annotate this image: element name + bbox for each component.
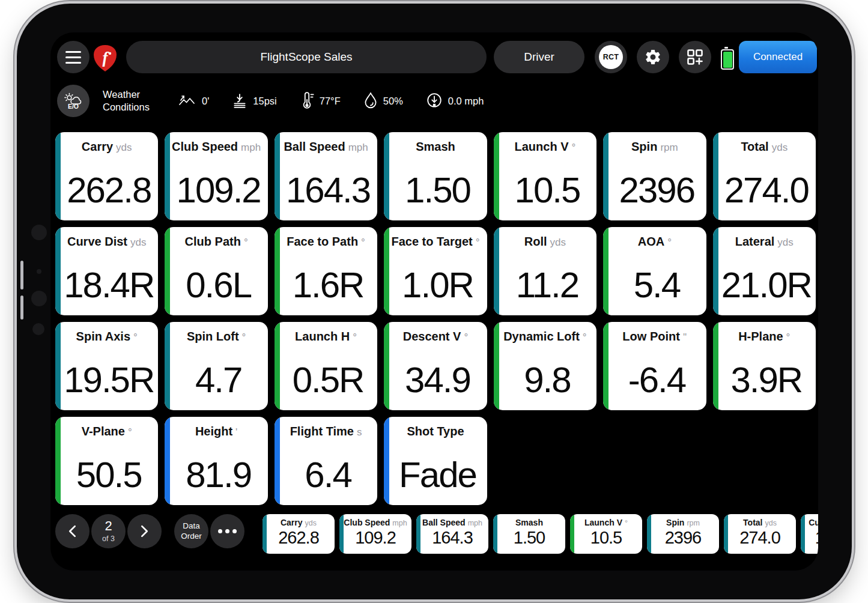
club-selector[interactable]: Driver xyxy=(494,41,584,73)
metric-label: AOA° xyxy=(603,235,706,249)
mini-metric-card[interactable]: Spinrpm 2396 xyxy=(647,514,719,554)
metric-card[interactable]: V-Plane° 50.5 xyxy=(55,417,158,505)
metric-accent-stripe xyxy=(165,132,170,220)
session-title-bar[interactable]: FlightScope Sales xyxy=(126,41,487,73)
metric-value: 109.2 xyxy=(339,528,411,548)
metric-value: 21.0R xyxy=(718,255,815,315)
battery-icon xyxy=(721,49,734,70)
mini-metric-card[interactable]: Launch V° 10.5 xyxy=(570,514,642,554)
metric-card[interactable]: Smash 1.50 xyxy=(384,132,487,220)
metric-card[interactable]: Low Point'' -6.4 xyxy=(603,322,706,410)
metric-accent-stripe xyxy=(275,227,280,315)
metric-accent-stripe xyxy=(724,514,728,554)
settings-button[interactable] xyxy=(637,41,669,73)
metric-card[interactable]: Spin Loft° 4.7 xyxy=(165,322,267,410)
connect-status-label: Connected xyxy=(753,51,803,63)
metric-label: Launch V° xyxy=(570,518,642,527)
metric-card[interactable]: Launch H° 0.5R xyxy=(275,322,377,410)
metric-card[interactable]: Lateralyds 21.0R xyxy=(713,227,816,315)
page-total: of 3 xyxy=(102,535,115,543)
metric-card[interactable]: Shot Type Fade xyxy=(384,417,487,505)
metric-value: 262.8 xyxy=(263,528,335,548)
metric-card[interactable]: Face to Target° 1.0R xyxy=(384,227,487,315)
metric-label: Club Speedmph xyxy=(339,518,411,527)
metric-value: 274.0 xyxy=(724,528,796,548)
metric-card[interactable]: H-Plane° 3.9R xyxy=(713,322,816,410)
page-indicator[interactable]: 2 of 3 xyxy=(91,514,126,548)
metric-card[interactable]: Curve Distyds 18.4R xyxy=(55,227,158,315)
mini-metric-card[interactable]: Totalyds 274.0 xyxy=(724,514,796,554)
metric-accent-stripe xyxy=(647,514,651,554)
metric-card[interactable]: Totalyds 274.0 xyxy=(713,132,816,220)
mini-metric-card[interactable]: Ball Speedmph 164.3 xyxy=(416,514,488,554)
metric-accent-stripe xyxy=(263,514,267,554)
flightscope-logo: f xyxy=(93,44,118,72)
metric-label: Spinrpm xyxy=(603,140,706,154)
page-number: 2 xyxy=(105,520,112,533)
environment-button[interactable]: E/O xyxy=(57,85,90,117)
metric-label: Rollyds xyxy=(494,235,596,249)
connect-status-button[interactable]: Connected xyxy=(739,41,817,73)
metric-label: Lateralyds xyxy=(713,235,816,249)
metric-value: 1.0R xyxy=(389,255,485,315)
metric-label: Smash xyxy=(384,140,487,154)
metric-label: Totalyds xyxy=(713,140,816,154)
metric-value: 50.5 xyxy=(61,444,157,505)
metric-value: Fade xyxy=(389,444,485,505)
metric-card[interactable]: Carryyds 262.8 xyxy=(55,132,158,220)
metric-card[interactable]: Spin Axis° 19.5R xyxy=(55,322,158,410)
metric-accent-stripe xyxy=(339,514,344,554)
metric-value: 81.9 xyxy=(170,444,266,505)
metric-label: Spinrpm xyxy=(647,518,719,527)
next-page-button[interactable] xyxy=(127,514,162,548)
metric-accent-stripe xyxy=(603,227,609,315)
metric-value: 10.5 xyxy=(499,160,595,220)
metric-accent-stripe xyxy=(801,514,805,554)
metric-value: 274.0 xyxy=(718,160,815,220)
metric-card[interactable]: Rollyds 11.2 xyxy=(494,227,596,315)
metric-card[interactable]: AOA° 5.4 xyxy=(603,227,706,315)
add-widget-button[interactable] xyxy=(679,41,711,73)
data-order-button[interactable]: Data Order xyxy=(174,514,208,548)
mini-metric-card[interactable]: Smash 1.50 xyxy=(493,514,565,554)
metric-card[interactable]: Spinrpm 2396 xyxy=(603,132,706,220)
metric-accent-stripe xyxy=(55,227,61,315)
metric-card[interactable]: Height' 81.9 xyxy=(165,417,267,505)
metric-card[interactable]: Club Path° 0.6L xyxy=(165,227,267,315)
metric-label: Dynamic Loft° xyxy=(494,330,596,344)
metric-accent-stripe xyxy=(713,227,718,315)
metric-value: 5.4 xyxy=(609,255,705,315)
metric-card[interactable]: Face to Path° 1.6R xyxy=(275,227,377,315)
metric-card[interactable]: Descent V° 34.9 xyxy=(384,322,487,410)
metric-card[interactable]: Ball Speedmph 164.3 xyxy=(275,132,377,220)
metric-label: Launch H° xyxy=(275,330,377,344)
metric-card[interactable]: Club Speedmph 109.2 xyxy=(165,132,267,220)
mini-metric-card[interactable]: Curve Distyds 18.4R xyxy=(801,514,818,554)
metric-value: 9.8 xyxy=(499,350,595,410)
metric-label: Descent V° xyxy=(384,330,487,344)
mini-metric-card[interactable]: Carryyds 262.8 xyxy=(263,514,335,554)
pressure-icon xyxy=(232,93,247,109)
weather-bar: E/O Weather Conditions 0' xyxy=(57,84,484,118)
metric-value: 1.6R xyxy=(280,255,376,315)
mini-metric-card[interactable]: Club Speedmph 109.2 xyxy=(339,514,411,554)
thermometer-icon xyxy=(300,92,314,110)
prev-page-button[interactable] xyxy=(55,514,90,548)
gear-icon xyxy=(644,48,662,66)
mini-metric-strip: Carryyds 262.8 Club Speedmph 109.2 Ball … xyxy=(263,514,818,554)
metric-card[interactable]: Flight Times 6.4 xyxy=(275,417,377,505)
metric-label: Club Speedmph xyxy=(165,140,267,154)
metric-value: 34.9 xyxy=(389,350,485,410)
menu-button[interactable] xyxy=(57,41,90,73)
chevron-right-icon xyxy=(141,525,148,538)
more-options-button[interactable] xyxy=(210,514,244,548)
metric-value: -6.4 xyxy=(609,350,705,410)
camera-lens xyxy=(31,291,47,306)
metric-card[interactable]: Dynamic Loft° 9.8 xyxy=(494,322,596,410)
weather-metrics: 0' 15psi 77°F xyxy=(178,92,484,110)
dashboard-add-icon xyxy=(686,48,704,66)
volume-down-button xyxy=(20,295,23,320)
rct-button[interactable]: RCT xyxy=(595,41,627,73)
metric-accent-stripe xyxy=(713,322,718,410)
metric-card[interactable]: Launch V° 10.5 xyxy=(494,132,596,220)
